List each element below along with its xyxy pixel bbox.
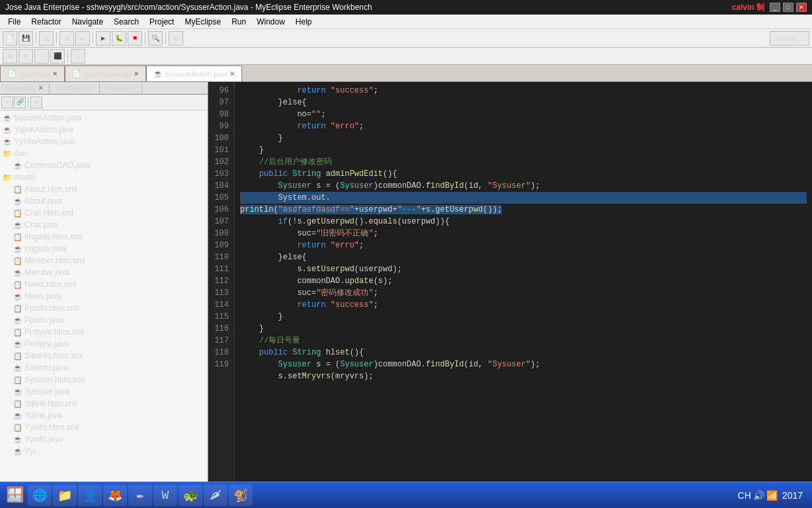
tree-news-hbm[interactable]: 📋 News.hbm.xml — [0, 278, 208, 290]
tree-chat-hbm[interactable]: 📋 Chat.hbm.xml — [0, 207, 208, 219]
tree-yqlink-java[interactable]: ☕ Yqlink.java — [0, 409, 208, 421]
taskbar-btn-5[interactable]: ✒ — [128, 485, 152, 506]
tree-protype-java[interactable]: ☕ Protype.java — [0, 338, 208, 350]
tree-label: Member.hbm.xml — [24, 256, 85, 265]
nav-tab-navigator[interactable]: Navigator ✕ — [0, 82, 50, 94]
tree-commondao[interactable]: ☕ CommonDAO.java — [0, 159, 208, 171]
xml-icon: 📋 — [13, 209, 22, 218]
user-icon: 👤 — [83, 488, 97, 503]
taskbar: 🪟 🌐 📁 👤 🦊 ✒ W 🐢 🌶 🐒 CH 🔊 📶 2017 — [0, 482, 812, 508]
tree-yqlink-hbm[interactable]: 📋 Yqlink.hbm.xml — [0, 398, 208, 409]
tree-dao-folder[interactable]: 📁 dao — [0, 148, 208, 159]
collapse-all-button[interactable]: ▾ — [1, 97, 13, 108]
minimize-button[interactable]: _ — [770, 3, 780, 12]
taskbar-btn-4[interactable]: 🦊 — [103, 485, 127, 506]
taskbar-btn-1[interactable]: 🌐 — [28, 485, 52, 506]
tree-sysuser-hbm[interactable]: 📋 Sysuser.hbm.xml — [0, 374, 208, 386]
tree-sysuseraction[interactable]: ☕ SysuserAction.java — [0, 112, 208, 124]
tree-siteinfo-hbm[interactable]: 📋 Siteinfo.hbm.xml — [0, 350, 208, 362]
tree-sysuser-java[interactable]: ☕ Sysuser.java — [0, 386, 208, 398]
taskbar-btn-7[interactable]: 🐢 — [179, 485, 202, 506]
tree-siteinfo-java[interactable]: ☕ Siteinfo.java — [0, 362, 208, 374]
menu-navigate[interactable]: Navigate — [67, 16, 108, 28]
tray-icon-3[interactable]: 📶 — [766, 490, 778, 501]
tab-sysuser-close[interactable]: ✕ — [229, 70, 235, 77]
menu-help[interactable]: Help — [290, 16, 317, 28]
nav-minimize-icon[interactable]: ▭ — [194, 85, 200, 92]
taskbar-btn-2[interactable]: 📁 — [53, 485, 77, 506]
title-bar: Jose Java Enterprise - sshwsyygh/src/com… — [0, 0, 812, 15]
tree-yqlinkaction[interactable]: ☕ YqlinkAction.java — [0, 124, 208, 136]
run-button[interactable]: ▶ — [96, 31, 110, 46]
back-button[interactable]: ◀ — [60, 31, 74, 46]
menu-window[interactable]: Window — [251, 16, 290, 28]
nav-back-button[interactable]: ◀ — [3, 49, 17, 64]
myeclipse-btn[interactable]: MyEclip… — [770, 31, 809, 46]
menu-file[interactable]: File — [3, 16, 26, 28]
tree-yyinfoaction[interactable]: ☕ YyinfoAction.java — [0, 136, 208, 148]
refresh-button[interactable]: ↺ — [71, 49, 85, 64]
tree-about-hbm[interactable]: 📋 About.hbm.xml — [0, 183, 208, 195]
tree-ppinfo-java[interactable]: ☕ Ppinfo.java — [0, 314, 208, 326]
tree-yyinfo-java[interactable]: ☕ Yyinfo.java — [0, 433, 208, 445]
tree-model-folder[interactable]: 📁 model — [0, 171, 208, 183]
stop-button[interactable]: ■ — [128, 31, 142, 46]
nav-tab-hierarchy[interactable]: Hierarchy — [100, 82, 142, 94]
tray-icon-2[interactable]: 🔊 — [753, 490, 764, 501]
taskbar-btn-8[interactable]: 🌶 — [204, 485, 227, 506]
tree-chat-java[interactable]: ☕ Chat.java — [0, 219, 208, 231]
tree-member-java[interactable]: ☕ Member.java — [0, 267, 208, 278]
menu-run[interactable]: Run — [226, 16, 251, 28]
debug-button[interactable]: 🐛 — [112, 31, 126, 46]
taskbar-btn-3[interactable]: 👤 — [78, 485, 102, 506]
taskbar-btn-9[interactable]: 🐒 — [229, 485, 253, 506]
tree-about-java[interactable]: ☕ About.java — [0, 195, 208, 207]
link-editor-button[interactable]: 🔗 — [14, 97, 26, 108]
close-button[interactable]: ✕ — [796, 3, 807, 12]
tree-member-hbm[interactable]: 📋 Member.hbm.xml — [0, 255, 208, 267]
tree-news-java[interactable]: ☕ News.java — [0, 290, 208, 302]
tree-yyi-java[interactable]: ☕ Yyi... — [0, 445, 208, 457]
new-button[interactable]: 📄 — [3, 31, 17, 46]
print-button[interactable]: 🖨 — [39, 31, 54, 46]
tray-icon-1[interactable]: CH — [738, 490, 751, 501]
tree-yyinfo-hbm[interactable]: 📋 Yyinfo.hbm.xml — [0, 421, 208, 433]
menu-refactor[interactable]: Refactor — [26, 16, 66, 28]
menu-project[interactable]: Project — [144, 16, 179, 28]
line-numbers: 96 97 98 99 100 101 102 103 104 105 106 … — [208, 82, 235, 489]
menu-myeclipse[interactable]: MyEclipse — [179, 16, 226, 28]
start-button[interactable]: 🪟 — [3, 485, 26, 506]
menu-search[interactable]: Search — [108, 16, 144, 28]
settings-button[interactable]: ⚙ — [169, 31, 183, 46]
tree-label: Ppinfo.hbm.xml — [24, 304, 79, 313]
maximize-button[interactable]: □ — [783, 3, 793, 12]
layout-button[interactable]: ⬛ — [50, 49, 65, 64]
nav-maximize-icon[interactable]: □ — [201, 85, 205, 92]
tab-myaccount-close[interactable]: ✕ — [134, 70, 139, 77]
tree-imgadv-hbm[interactable]: 📋 Imgadv.hbm.xml — [0, 231, 208, 243]
tab-yyadd-close[interactable]: ✕ — [52, 70, 58, 77]
code-content[interactable]: return "success"; }else{ no=""; return "… — [235, 82, 812, 489]
nav-forward-button[interactable]: ▶ — [19, 49, 33, 64]
tab-sysuser[interactable]: ☕ SysuserAction.java ✕ — [146, 65, 243, 81]
save-button[interactable]: 💾 — [19, 31, 33, 46]
folder-icon: 📁 — [3, 149, 12, 158]
tab-yyadd[interactable]: 📄 yyadd.jsp ✕ — [0, 65, 65, 81]
forward-button[interactable]: ▶ — [75, 31, 90, 46]
tree-label: Protype.java — [24, 339, 69, 349]
sep-6 — [67, 50, 68, 62]
tab-myaccount[interactable]: 📄 myaccount.jsp ✕ — [65, 65, 145, 81]
tree-label: News.hbm.xml — [24, 280, 77, 289]
nav-tab-package[interactable]: Package Ex — [50, 82, 100, 94]
navigator-close[interactable]: ✕ — [38, 85, 44, 91]
tree-protype-hbm[interactable]: 📋 Protype.hbm.xml — [0, 326, 208, 338]
app-icon-5: ✒ — [137, 488, 144, 503]
up-button[interactable]: ↑ — [34, 49, 49, 64]
nav-tree-container[interactable]: ☕ SysuserAction.java ☕ YqlinkAction.java… — [0, 110, 208, 489]
code-editor[interactable]: 96 97 98 99 100 101 102 103 104 105 106 … — [208, 82, 812, 489]
tree-imgadv-java[interactable]: ☕ Imgadv.java — [0, 243, 208, 255]
nav-filter-button[interactable]: ▼ — [30, 97, 42, 108]
search-button[interactable]: 🔍 — [148, 31, 163, 46]
taskbar-btn-6[interactable]: W — [153, 485, 177, 506]
tree-ppinfo-hbm[interactable]: 📋 Ppinfo.hbm.xml — [0, 302, 208, 314]
